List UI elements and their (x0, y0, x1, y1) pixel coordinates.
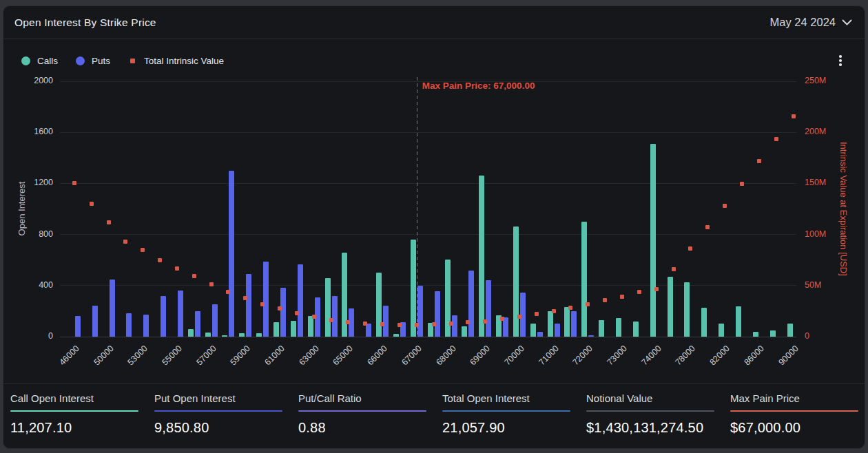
left-axis-tick-label: 1600 (21, 127, 53, 136)
left-axis-tick-label: 400 (21, 280, 53, 290)
intrinsic-value-dot (209, 282, 214, 286)
right-axis-tick-label: 100M (805, 229, 826, 239)
right-axis-tick-label: 0 (805, 331, 809, 341)
legend-item-puts[interactable]: Puts (76, 56, 110, 66)
puts-bar (332, 296, 338, 337)
stat-label: Notional Value (586, 392, 730, 404)
stat-label: Total Open Interest (442, 392, 586, 404)
calls-bar (599, 320, 604, 337)
calls-marker-icon (21, 56, 30, 65)
puts-bar (212, 304, 218, 337)
puts-bar (468, 271, 474, 337)
stat-put-call-ratio: Put/Call Ratio0.88 (298, 392, 442, 436)
calls-bar (650, 144, 656, 337)
legend-label: Total Intrinsic Value (144, 56, 224, 66)
puts-bar (161, 296, 166, 337)
intrinsic-value-dot (672, 267, 676, 271)
intrinsic-value-dot (107, 220, 111, 224)
max-pain-label: Max Pain Price: 67,000.00 (422, 81, 535, 91)
calls-bar (325, 278, 331, 337)
puts-bar (126, 313, 132, 337)
calls-bar (205, 333, 211, 337)
date-selector[interactable]: May 24 2024 (770, 16, 852, 29)
legend-item-total-intrinsic-value[interactable]: Total Intrinsic Value (128, 56, 224, 66)
calls-bar (581, 222, 587, 337)
kebab-menu-icon[interactable] (836, 53, 845, 68)
right-axis-title: Intrinsic Value at Expiration [USD] (838, 81, 849, 337)
puts-bar (452, 315, 457, 337)
stat-value: $1,430,131,274.50 (586, 420, 730, 436)
stat-accent-underline (442, 410, 570, 412)
puts-bar (92, 306, 98, 337)
stat-accent-underline (154, 410, 282, 412)
calls-bar (291, 321, 296, 337)
intrinsic-value-dot (483, 319, 487, 324)
calls-bar (564, 307, 570, 337)
right-axis-tick-label: 250M (805, 76, 826, 85)
intrinsic-value-dot (774, 137, 778, 141)
card-header: Open Interest By Strike Price May 24 202… (3, 6, 865, 39)
intrinsic-value-dot (363, 322, 367, 326)
stat-label: Call Open Interest (10, 392, 154, 404)
stat-max-pain-price: Max Pain Price$67,000.00 (730, 392, 868, 436)
puts-bar (229, 171, 234, 337)
chart-legend: CallsPutsTotal Intrinsic Value (21, 52, 224, 70)
stats-row: Call Open Interest11,207.10Put Open Inte… (10, 392, 868, 436)
intrinsic-value-dot (723, 204, 727, 208)
gridline (60, 234, 796, 235)
legend-item-calls[interactable]: Calls (21, 56, 58, 66)
intrinsic-value-dot (380, 322, 384, 326)
intrinsic-value-dot (295, 311, 299, 315)
calls-bar (719, 324, 724, 337)
intrinsic-value-dot (500, 317, 504, 321)
intrinsic-value-dot (705, 225, 710, 229)
intrinsic-value-dot (586, 302, 590, 306)
puts-bar (263, 262, 269, 337)
calls-bar (393, 334, 399, 337)
intrinsic-value-dot (90, 202, 94, 206)
gridline (60, 183, 796, 184)
intrinsic-value-dot (260, 302, 265, 306)
puts-marker-icon (76, 56, 85, 65)
intrinsic-value-dot (226, 290, 230, 294)
stat-put-open-interest: Put Open Interest9,850.80 (154, 392, 298, 436)
intrinsic-value-dot (740, 182, 744, 186)
date-selector-label: May 24 2024 (770, 16, 836, 29)
stat-value: 0.88 (298, 420, 442, 436)
puts-bar (588, 335, 594, 337)
puts-bar (178, 291, 183, 337)
calls-bar (701, 308, 707, 337)
chart-plot-area[interactable]: 0040050M800100M1200150M1600200M2000250M4… (60, 81, 796, 337)
puts-bar (417, 286, 423, 337)
puts-bar (366, 324, 371, 337)
page-title: Open Interest By Strike Price (14, 17, 156, 29)
intrinsic-value-dot (397, 323, 402, 327)
stat-value: 9,850.80 (154, 420, 298, 436)
intrinsic-value-dot (466, 320, 470, 324)
intrinsic-value-dot (792, 114, 796, 118)
stat-label: Put/Call Ratio (298, 392, 442, 404)
legend-label: Calls (37, 56, 58, 66)
calls-bar (684, 282, 690, 337)
legend-label: Puts (92, 56, 110, 66)
right-axis-tick-label: 200M (805, 127, 826, 136)
puts-bar (555, 324, 560, 337)
stat-accent-underline (730, 410, 858, 412)
intrinsic-value-dot (517, 315, 521, 319)
intrinsic-value-dot (654, 287, 659, 291)
total-intrinsic-value-marker-icon (130, 59, 135, 63)
intrinsic-value-dot (175, 266, 179, 271)
intrinsic-value-dot (192, 274, 196, 278)
calls-bar (616, 318, 621, 337)
stat-label: Max Pain Price (730, 392, 868, 404)
intrinsic-value-dot (415, 323, 419, 327)
calls-bar (308, 316, 313, 337)
stat-total-open-interest: Total Open Interest21,057.90 (442, 392, 586, 436)
calls-bar (530, 324, 536, 337)
intrinsic-value-dot (158, 258, 162, 262)
intrinsic-value-dot (637, 290, 641, 294)
calls-bar (479, 176, 484, 337)
puts-bar (280, 288, 286, 337)
calls-bar (753, 332, 758, 337)
puts-bar (486, 280, 491, 337)
